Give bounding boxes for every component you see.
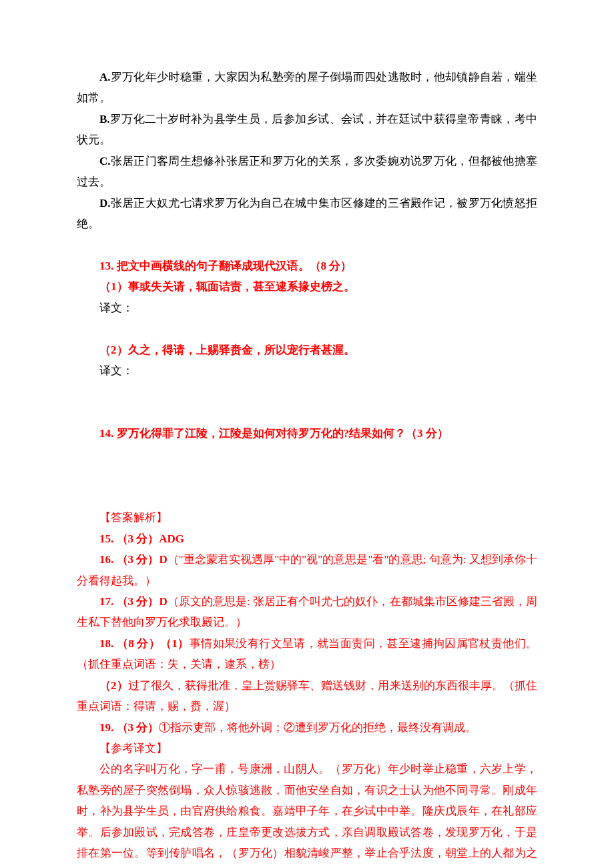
question-13-2: （2）久之，得请，上赐驿赉金，所以宠行者甚渥。: [77, 340, 537, 360]
answer-18-2: （2）过了很久，获得批准，皇上赏赐驿车、赠送钱财，用来送别的东西很丰厚。（抓住重…: [77, 675, 537, 717]
answer-17-prefix: 17. （3 分）D: [99, 595, 168, 608]
option-c-text: 张居正门客周生想修补张居正和罗万化的关系，多次委婉劝说罗万化，但都被他搪塞过去。: [77, 155, 537, 188]
answer-18-prefix: 18. （8 分）（1）: [99, 637, 190, 650]
spacer: [77, 444, 537, 465]
option-c-label: C.: [99, 155, 111, 167]
question-14: 14. 罗万化得罪了江陵，江陵是如何对待罗万化的?结果如何？（3 分）: [77, 423, 537, 444]
option-b-text: 罗万化二十岁时补为县学生员，后参加乡试、会试，并在廷试中获得皇帝青睐，考中状元。: [77, 113, 537, 146]
answer-16-prefix: 16. （3 分）D: [99, 553, 168, 566]
answer-17: 17. （3 分）D（原文的意思是: 张居正有个叫尤七的奴仆，在都城集市区修建三…: [77, 591, 537, 633]
translation-label-2: 译文：: [77, 360, 537, 381]
answer-16: 16. （3 分）D（"重念蒙君实视遇厚"中的"视"的意思是"看"的意思; 句意…: [77, 549, 537, 591]
answer-18-1: 18. （8 分）（1）事情如果没有行文呈请，就当面责问，甚至逮捕拘囚属官杖责他…: [77, 633, 537, 675]
answer-19-body: ①指示吏部，将他外调；②遭到罗万化的拒绝，最终没有调成。: [159, 721, 477, 734]
option-c: C.张居正门客周生想修补张居正和罗万化的关系，多次委婉劝说罗万化，但都被他搪塞过…: [77, 151, 537, 193]
answer-heading: 【答案解析】: [77, 507, 537, 528]
spacer: [77, 402, 537, 423]
option-d-text: 张居正大奴尤七请求罗万化为自己在城中集市区修建的三省殿作记，被罗万化愤怒拒绝。: [77, 197, 537, 230]
answer-19-prefix: 19. （3 分）: [99, 721, 159, 734]
option-a-text: 罗万化年少时稳重，大家因为私塾旁的屋子倒塌而四处逃散时，他却镇静自若，端坐如常。: [77, 71, 537, 104]
reference-heading: 【参考译文】: [77, 738, 537, 759]
question-13-title: 13. 把文中画横线的句子翻译成现代汉语。（8 分）: [77, 256, 537, 276]
option-d-label: D.: [99, 197, 111, 209]
spacer: [77, 465, 537, 486]
option-d: D.张居正大奴尤七请求罗万化为自己在城中集市区修建的三省殿作记，被罗万化愤怒拒绝…: [77, 193, 537, 235]
spacer: [77, 486, 537, 507]
spacer: [77, 318, 537, 339]
document-page: A.罗万化年少时稳重，大家因为私塾旁的屋子倒塌而四处逃散时，他却镇静自若，端坐如…: [0, 0, 614, 868]
translation-label-1: 译文：: [77, 298, 537, 318]
option-a-label: A.: [99, 71, 111, 83]
option-b-label: B.: [99, 113, 110, 125]
spacer: [77, 235, 537, 256]
reference-paragraph-1: 公的名字叫万化，字一甫，号康洲，山阴人。（罗万化）年少时举止稳重，六岁上学，私塾…: [77, 759, 537, 868]
answer-18-2-prefix: （2）: [99, 679, 128, 692]
answer-15: 15. （3 分）ADG: [77, 528, 537, 549]
option-b: B.罗万化二十岁时补为县学生员，后参加乡试、会试，并在廷试中获得皇帝青睐，考中状…: [77, 109, 537, 151]
question-13-1: （1）事或失关请，辄面诘责，甚至逮系掾史榜之。: [77, 276, 537, 297]
option-a: A.罗万化年少时稳重，大家因为私塾旁的屋子倒塌而四处逃散时，他却镇静自若，端坐如…: [77, 67, 537, 109]
spacer: [77, 382, 537, 402]
answer-18-body-2: 过了很久，获得批准，皇上赏赐驿车、赠送钱财，用来送别的东西很丰厚。（抓住重点词语…: [77, 679, 537, 713]
answer-19: 19. （3 分）①指示吏部，将他外调；②遭到罗万化的拒绝，最终没有调成。: [77, 717, 537, 738]
